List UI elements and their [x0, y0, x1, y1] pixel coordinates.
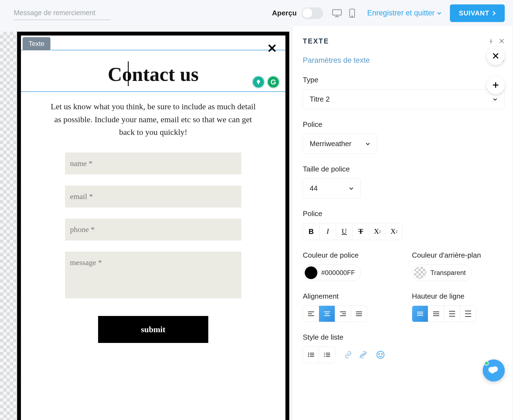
emoji-icon[interactable] [376, 350, 385, 359]
popup-title[interactable]: Contact us [32, 63, 274, 86]
pin-icon[interactable] [488, 38, 494, 44]
mobile-icon[interactable] [347, 8, 358, 19]
svg-point-32 [308, 353, 309, 354]
link-icon[interactable] [344, 351, 353, 359]
svg-point-45 [377, 351, 384, 358]
bgcolor-picker[interactable]: Transparent [412, 264, 472, 281]
close-sidebar-icon[interactable] [499, 38, 504, 44]
popup-description[interactable]: Let us know what you think, be sure to i… [48, 100, 258, 139]
list-numbered-button[interactable] [319, 347, 335, 363]
desktop-icon[interactable] [331, 8, 342, 19]
svg-point-46 [379, 354, 380, 354]
font-select[interactable]: Merriweather [303, 134, 377, 154]
name-field[interactable] [65, 152, 241, 174]
canvas-area: Texte ✕ Contact us G Let us know what y [0, 26, 292, 420]
chat-bubble-icon[interactable] [483, 359, 505, 381]
lineheight-1-button[interactable] [412, 306, 428, 322]
transparency-strip [0, 32, 17, 420]
preview-toggle[interactable] [302, 7, 323, 19]
rail-close-button[interactable] [487, 47, 505, 65]
rail-add-button[interactable] [487, 76, 505, 94]
preview-label: Aperçu [272, 9, 297, 17]
fontcolor-label: Couleur de police [303, 251, 395, 260]
bgcolor-swatch [414, 266, 426, 279]
fontsize-label: Taille de police [303, 165, 504, 173]
lineheight-4-button[interactable] [460, 306, 476, 322]
title-selection[interactable]: Contact us G [21, 36, 285, 92]
pen-badge-icon[interactable] [252, 75, 265, 89]
bgcolor-label: Couleur d'arrière-plan [412, 251, 504, 260]
svg-line-44 [360, 352, 367, 358]
align-label: Alignement [303, 292, 395, 301]
font-label: Police [303, 120, 504, 129]
properties-sidebar: TEXTE Paramètres de texte Type Titre 2 P… [292, 26, 513, 420]
popup-frame: Texte ✕ Contact us G Let us know what y [17, 32, 289, 420]
text-caret [128, 61, 129, 86]
svg-point-53 [490, 368, 495, 373]
thankyou-input[interactable] [14, 6, 110, 20]
sidebar-title: TEXTE [303, 37, 329, 45]
type-label: Type [303, 76, 504, 84]
save-exit-link[interactable]: Enregistrer et quitter [367, 9, 442, 17]
svg-point-4 [352, 16, 352, 17]
svg-point-36 [308, 356, 309, 357]
message-field[interactable] [65, 252, 241, 298]
unlink-icon[interactable] [358, 351, 368, 359]
liststyle-label: Style de liste [303, 333, 504, 342]
submit-button[interactable]: submit [98, 316, 208, 343]
phone-field[interactable] [65, 219, 241, 241]
align-justify-button[interactable] [351, 306, 367, 322]
italic-button[interactable]: I [320, 223, 336, 240]
subscript-button[interactable]: X2 [369, 223, 386, 240]
fontcolor-picker[interactable]: #000000FF [303, 264, 361, 281]
lineheight-2-button[interactable] [428, 306, 444, 322]
underline-button[interactable]: U [336, 223, 353, 240]
svg-point-47 [382, 354, 382, 354]
grammarly-badge-icon[interactable]: G [267, 75, 280, 89]
strikethrough-button[interactable]: T [353, 223, 369, 240]
bold-button[interactable]: B [303, 223, 320, 240]
element-tag: Texte [23, 37, 50, 50]
fontcolor-swatch [305, 266, 317, 279]
next-button[interactable]: SUIVANT [450, 4, 505, 22]
fontsize-select[interactable]: 44 [303, 178, 361, 198]
align-center-button[interactable] [319, 306, 335, 322]
lineheight-label: Hauteur de ligne [412, 292, 504, 301]
section-toggle[interactable]: Paramètres de texte [303, 56, 504, 65]
superscript-button[interactable]: X2 [386, 223, 402, 240]
svg-point-34 [308, 354, 309, 355]
list-bullet-button[interactable] [303, 347, 319, 363]
align-right-button[interactable] [335, 306, 351, 322]
align-left-button[interactable] [303, 306, 319, 322]
topbar: Aperçu Enregistrer et quitter SUIVANT [0, 0, 513, 26]
lineheight-3-button[interactable] [444, 306, 460, 322]
email-field[interactable] [65, 186, 241, 208]
svg-rect-0 [333, 10, 341, 15]
popup-close-icon[interactable]: ✕ [267, 42, 277, 54]
style-label: Police [303, 209, 504, 218]
type-select[interactable]: Titre 2 [303, 89, 504, 109]
